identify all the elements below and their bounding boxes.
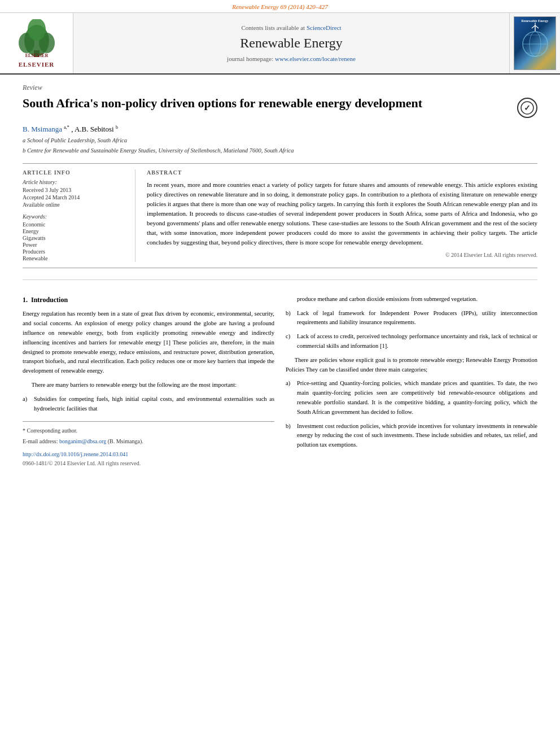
issn-line: 0960-1481/© 2014 Elsevier Ltd. All right… bbox=[23, 459, 274, 468]
keyword-economic: Economic bbox=[23, 221, 127, 228]
body-column-right: produce methane and carbon dioxide emiss… bbox=[286, 295, 537, 468]
footnote-email-line: E-mail address: bonganim@dbsa.org (B. Ms… bbox=[23, 437, 274, 446]
article-info-title: ARTICLE INFO bbox=[23, 169, 127, 176]
journal-citation: Renewable Energy 69 (2014) 420–427 bbox=[232, 3, 327, 10]
keyword-producers: Producers bbox=[23, 248, 127, 255]
author1-sup: a,* bbox=[64, 125, 69, 130]
list2-b-label: b) bbox=[286, 422, 294, 450]
keyword-gigawatts: Gigawatts bbox=[23, 235, 127, 241]
intro-paragraph-1: Energy regulation has recently been in a… bbox=[23, 309, 274, 376]
main-content-columns: 1. Introduction Energy regulation has re… bbox=[23, 289, 537, 474]
authors-line: B. Msimanga a,* , A.B. Sebitosi b bbox=[23, 125, 537, 134]
keyword-renewable: Renewable bbox=[23, 255, 127, 261]
article-body: Review South Africa's non-policy driven … bbox=[0, 75, 560, 484]
list2-item-b: b) Investment cost reduction policies, w… bbox=[286, 422, 537, 450]
svg-text:ELSEVIER: ELSEVIER bbox=[25, 53, 48, 58]
list-a-continued-indent bbox=[286, 295, 294, 304]
article-history-label: Article history: bbox=[23, 179, 127, 185]
list-item-a: a) Subsidies for competing fuels, high i… bbox=[23, 395, 274, 414]
article-info-column: ARTICLE INFO Article history: Received 3… bbox=[23, 169, 135, 262]
list-c-text: Lack of access to credit, perceived tech… bbox=[297, 332, 537, 351]
sciencedirect-link[interactable]: ScienceDirect bbox=[307, 24, 342, 31]
abstract-column: ABSTRACT In recent years, more and more … bbox=[147, 169, 537, 262]
available-online: Available online bbox=[23, 202, 127, 208]
abstract-title: ABSTRACT bbox=[147, 169, 537, 176]
keywords-section: Keywords: Economic Energy Gigawatts Powe… bbox=[23, 213, 127, 261]
copyright-notice: © 2014 Elsevier Ltd. All rights reserved… bbox=[147, 252, 537, 258]
list-b-label: b) bbox=[286, 309, 294, 328]
accepted-date: Accepted 24 March 2014 bbox=[23, 194, 127, 200]
sciencedirect-line: Contents lists available at ScienceDirec… bbox=[241, 24, 341, 31]
doi-line: http://dx.doi.org/10.1016/j.renene.2014.… bbox=[23, 450, 274, 459]
author2-sup: b bbox=[116, 125, 118, 130]
article-title-block: South Africa's non-policy driven options… bbox=[23, 95, 537, 118]
section1-heading: 1. Introduction bbox=[23, 295, 274, 305]
svg-line-12 bbox=[532, 25, 535, 28]
doi-link[interactable]: http://dx.doi.org/10.1016/j.renene.2014.… bbox=[23, 451, 128, 457]
list-item-c: c) Lack of access to credit, perceived t… bbox=[286, 332, 537, 351]
article-title-text: South Africa's non-policy driven options… bbox=[23, 95, 511, 112]
list-b-text: Lack of legal framework for Independent … bbox=[297, 309, 537, 328]
list-item-a-continued: produce methane and carbon dioxide emiss… bbox=[286, 295, 537, 304]
list2-a-label: a) bbox=[286, 379, 294, 417]
intro-paragraph-2: There are many barriers to renewable ene… bbox=[23, 381, 274, 390]
abstract-text: In recent years, more and more countries… bbox=[147, 180, 537, 247]
affiliation-a: a School of Public Leadership, South Afr… bbox=[23, 136, 537, 145]
article-type-label: Review bbox=[23, 84, 537, 92]
elsevier-brand-label: ELSEVIER bbox=[19, 61, 55, 68]
crossmark-icon: ✓ bbox=[520, 101, 534, 115]
homepage-link[interactable]: www.elsevier.com/locate/renene bbox=[275, 55, 356, 62]
received-date: Received 3 July 2013 bbox=[23, 187, 127, 193]
footnote-area: * Corresponding author. E-mail address: … bbox=[23, 421, 274, 445]
journal-title: Renewable Energy bbox=[240, 36, 343, 51]
section1-number: 1. bbox=[23, 296, 28, 304]
journal-header: ELSEVIER ELSEVIER Contents lists availab… bbox=[0, 13, 560, 75]
list-a-text: Subsidies for competing fuels, high init… bbox=[34, 395, 274, 414]
cover-thumbnail: Renewable Energy bbox=[514, 16, 556, 70]
journal-cover-image: Renewable Energy bbox=[509, 13, 560, 73]
list2-item-a: a) Price-setting and Quantity-forcing po… bbox=[286, 379, 537, 417]
affiliations: a School of Public Leadership, South Afr… bbox=[23, 136, 537, 155]
list2-b-text: Investment cost reduction policies, whic… bbox=[297, 422, 537, 450]
footnote-corresponding: * Corresponding author. bbox=[23, 426, 274, 435]
list-a-label: a) bbox=[23, 395, 30, 414]
elsevier-tree-icon: ELSEVIER bbox=[14, 19, 59, 59]
list-c-label: c) bbox=[286, 332, 294, 351]
svg-text:✓: ✓ bbox=[524, 104, 531, 112]
section1-title: Introduction bbox=[31, 296, 68, 304]
body-column-left: 1. Introduction Energy regulation has re… bbox=[23, 295, 274, 468]
footnote-email-link[interactable]: bonganim@dbsa.org bbox=[59, 438, 106, 444]
keyword-energy: Energy bbox=[23, 228, 127, 234]
cover-art-icon bbox=[518, 23, 552, 62]
keywords-label: Keywords: bbox=[23, 213, 127, 220]
section-divider bbox=[23, 279, 537, 280]
elsevier-logo: ELSEVIER ELSEVIER bbox=[0, 13, 73, 73]
author1-link[interactable]: B. Msimanga bbox=[23, 125, 64, 133]
journal-homepage: journal homepage: www.elsevier.com/locat… bbox=[227, 55, 356, 62]
svg-line-13 bbox=[535, 25, 539, 28]
para3: There are policies whose explicit goal i… bbox=[286, 356, 537, 375]
list2-a-text: Price-setting and Quantity-forcing polic… bbox=[297, 379, 537, 417]
journal-center-info: Contents lists available at ScienceDirec… bbox=[73, 13, 509, 73]
list-item-b: b) Lack of legal framework for Independe… bbox=[286, 309, 537, 328]
crossmark-badge[interactable]: ✓ bbox=[517, 98, 537, 118]
list-a-continued-text: produce methane and carbon dioxide emiss… bbox=[297, 295, 537, 304]
journal-citation-bar: Renewable Energy 69 (2014) 420–427 bbox=[0, 0, 560, 13]
info-abstract-row: ARTICLE INFO Article history: Received 3… bbox=[23, 163, 537, 268]
affiliation-b: b Centre for Renewable and Sustainable E… bbox=[23, 146, 537, 155]
keyword-power: Power bbox=[23, 242, 127, 248]
